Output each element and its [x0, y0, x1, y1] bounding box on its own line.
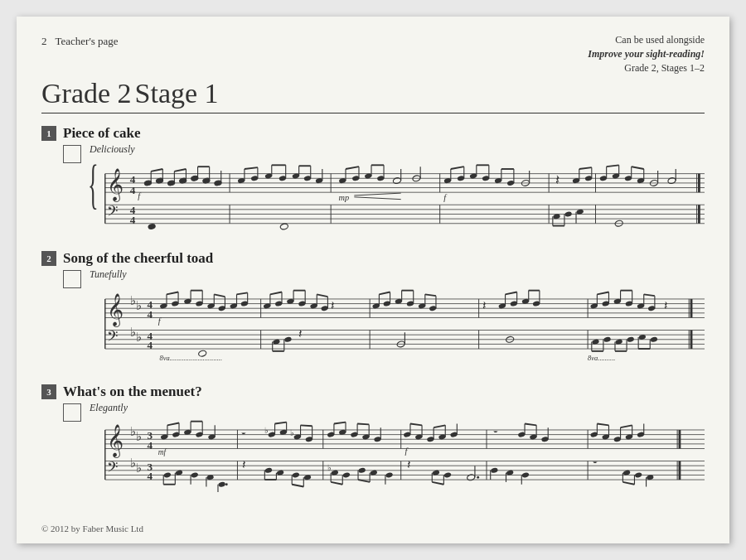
- exercise-1-header: 1 Piece of cake: [41, 125, 705, 142]
- svg-point-313: [218, 481, 226, 488]
- aside-line2: Improve your sight-reading!: [588, 47, 705, 61]
- aside-line1: Can be used alongside: [588, 33, 705, 47]
- svg-point-368: [385, 472, 394, 479]
- svg-line-120: [632, 167, 644, 170]
- exercise-1-tempo: Deliciously: [90, 143, 705, 156]
- exercise-2-checkbox[interactable]: [63, 270, 81, 288]
- svg-point-255: [627, 336, 635, 343]
- svg-text:♭: ♭: [136, 461, 142, 475]
- svg-line-246: [644, 295, 655, 297]
- svg-line-65: [346, 167, 359, 170]
- svg-line-349: [334, 422, 346, 424]
- exercise-1-checkbox[interactable]: [63, 145, 81, 163]
- svg-text:4: 4: [130, 184, 136, 196]
- svg-point-260: [650, 336, 658, 343]
- svg-line-155: [167, 292, 178, 295]
- svg-point-57: [279, 224, 288, 231]
- svg-line-398: [525, 424, 536, 426]
- svg-point-304: [163, 472, 172, 479]
- svg-point-18: [148, 224, 157, 231]
- svg-point-309: [191, 472, 199, 479]
- svg-line-389: [432, 482, 443, 485]
- footer: © 2012 by Faber Music Ltd: [41, 524, 143, 533]
- svg-line-324: [275, 422, 287, 424]
- svg-text:8va..........: 8va..........: [588, 355, 615, 363]
- svg-point-424: [634, 472, 642, 479]
- exercise-1-staff: { 𝄞 𝄢 4 4 4 4 f: [90, 157, 705, 232]
- exercise-2-title: Song of the cheerful toad: [63, 250, 213, 267]
- svg-point-392: [477, 476, 479, 479]
- svg-text:f: f: [404, 447, 409, 456]
- svg-point-195: [284, 336, 293, 343]
- header-right: Can be used alongside Improve your sight…: [588, 33, 705, 75]
- svg-text:♭: ♭: [136, 331, 142, 344]
- exercise-2-header: 2 Song of the cheerful toad: [41, 250, 705, 267]
- exercise-3-staff: 𝄞 𝄢 ♭ ♭ ♭ ♭ 3 4 3 4 mf: [90, 416, 705, 495]
- svg-line-30: [174, 169, 186, 171]
- svg-line-179: [270, 292, 282, 295]
- svg-text:4: 4: [148, 309, 153, 321]
- exercise-2: 2 Song of the cheerful toad Tunefully: [41, 250, 705, 369]
- svg-line-44: [245, 168, 258, 170]
- exercise-2-music: Tunefully 𝄞 𝄢: [90, 268, 705, 369]
- svg-text:𝄞: 𝄞: [107, 168, 124, 202]
- title-divider: [41, 113, 705, 113]
- svg-text:𝄽: 𝄽: [482, 302, 486, 310]
- svg-point-337: [292, 472, 300, 479]
- exercise-1-number: 1: [41, 126, 56, 141]
- exercise-1-music: Deliciously {: [90, 143, 705, 235]
- grade-label: Grade 2: [41, 78, 132, 109]
- svg-point-99: [564, 211, 573, 218]
- svg-text:♭: ♭: [130, 295, 136, 308]
- svg-text:𝄢: 𝄢: [107, 205, 119, 223]
- svg-text:♭: ♭: [136, 299, 142, 312]
- page-number-area: 2 Teacher's page: [41, 33, 119, 48]
- svg-line-341: [292, 485, 303, 487]
- svg-text:4: 4: [148, 470, 153, 482]
- exercise-1-content: Deliciously {: [41, 143, 705, 235]
- svg-text:♭: ♭: [130, 426, 136, 439]
- svg-text:𝄞: 𝄞: [107, 425, 124, 459]
- exercise-2-content: Tunefully 𝄞 𝄢: [41, 268, 705, 369]
- svg-line-330: [301, 426, 312, 427]
- svg-text:mp: mp: [339, 193, 350, 202]
- exercise-3-number: 3: [41, 384, 56, 399]
- exercise-3-checkbox[interactable]: [63, 403, 81, 422]
- svg-line-213: [425, 295, 436, 297]
- stage-label: Stage 1: [135, 78, 219, 109]
- svg-line-367: [358, 480, 370, 482]
- svg-text:4: 4: [148, 339, 153, 351]
- svg-line-426: [622, 482, 634, 485]
- svg-line-82: [451, 167, 464, 170]
- copyright-text: © 2012 by Faber Music Ltd: [41, 524, 143, 533]
- svg-point-315: [225, 484, 228, 486]
- svg-line-294: [167, 423, 179, 426]
- exercise-3: 3 What's on the menuet? Elegantly: [41, 384, 705, 498]
- exercise-3-tempo: Elegantly: [90, 402, 705, 414]
- svg-point-403: [491, 467, 499, 474]
- svg-point-332: [264, 467, 273, 474]
- svg-point-360: [342, 472, 351, 479]
- svg-line-236: [597, 292, 608, 295]
- svg-text:𝄽: 𝄽: [298, 330, 302, 338]
- svg-line-189: [317, 295, 327, 297]
- exercise-1: 1 Piece of cake Deliciously: [41, 125, 705, 235]
- svg-text:𝄢: 𝄢: [107, 330, 119, 348]
- exercise-1-title: Piece of cake: [63, 125, 140, 142]
- svg-text:𝄻: 𝄻: [593, 461, 598, 464]
- page-header: 2 Teacher's page Can be used alongside I…: [41, 33, 705, 75]
- svg-text:𝄽: 𝄽: [555, 175, 560, 184]
- exercise-3-header: 3 What's on the menuet?: [41, 384, 705, 400]
- svg-text:𝄽: 𝄽: [407, 461, 410, 469]
- svg-line-170: [237, 293, 248, 295]
- svg-text:𝄻: 𝄻: [493, 432, 498, 434]
- page: 2 Teacher's page Can be used alongside I…: [17, 17, 729, 543]
- svg-line-115: [607, 166, 619, 167]
- exercise-2-tempo: Tunefully: [90, 268, 705, 281]
- svg-point-407: [521, 472, 530, 479]
- svg-text:𝄽: 𝄽: [331, 302, 334, 310]
- svg-line-413: [597, 424, 608, 426]
- svg-line-418: [621, 426, 632, 428]
- svg-text:8va...........................: 8va..............................: [160, 355, 222, 363]
- svg-text:♭: ♭: [136, 431, 142, 444]
